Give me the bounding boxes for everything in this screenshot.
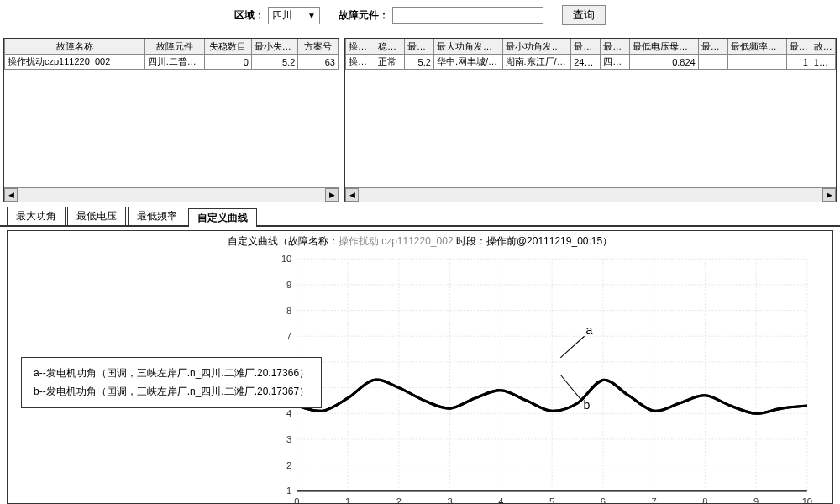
svg-text:7: 7 [652, 496, 657, 504]
svg-text:6: 6 [601, 496, 606, 504]
svg-text:1: 1 [286, 486, 291, 496]
table-body-empty [4, 70, 339, 187]
line-chart: 12345678910 012345678910 a b [271, 250, 816, 504]
svg-text:9: 9 [753, 496, 759, 504]
svg-text:3: 3 [448, 496, 453, 504]
chart-title: 自定义曲线（故障名称：操作扰动 czp111220_002 时段：操作前@201… [11, 234, 829, 249]
filter-bar: 区域： 四川 ▼ 故障元件： 查询 [0, 0, 840, 34]
col-h[interactable]: 故障名称 [5, 39, 145, 55]
svg-text:2: 2 [286, 460, 291, 470]
chevron-down-icon: ▼ [307, 11, 316, 20]
col-h[interactable]: 操作票 [346, 39, 375, 55]
legend: a--发电机功角（国调，三峡左岸厂.n_四川.二滩厂.20.17366） b--… [21, 357, 322, 408]
region-select[interactable]: 四川 ▼ [268, 7, 320, 24]
scroll-left-icon[interactable]: ◀ [4, 188, 18, 202]
svg-text:1: 1 [345, 496, 350, 504]
tab-max-angle[interactable]: 最大功角 [7, 207, 66, 225]
tab-min-freq[interactable]: 最低频率 [128, 207, 186, 225]
svg-text:2: 2 [396, 496, 402, 504]
svg-text:8: 8 [702, 496, 707, 504]
tab-custom-curve[interactable]: 自定义曲线 [188, 208, 257, 227]
legend-item-a: a--发电机功角（国调，三峡左岸厂.n_四川.二滩厂.20.17366） [34, 365, 309, 383]
annotation-b: b [584, 398, 591, 412]
plot-area: 12345678910 012345678910 a b [271, 250, 816, 504]
region-value: 四川 [272, 8, 292, 23]
col-h[interactable]: 失稳数目 [205, 39, 252, 55]
h-scrollbar[interactable]: ◀ ▶ [4, 187, 339, 201]
stability-table: 操作票 稳定… 最大… 最大功角发电… 最小功角发电… 最大… 最低… 最低电压… [345, 39, 836, 70]
svg-text:9: 9 [286, 280, 291, 290]
chart-container: a--发电机功角（国调，三峡左岸厂.n_四川.二滩厂.20.17366） b--… [7, 230, 833, 504]
svg-text:8: 8 [286, 306, 291, 316]
fault-table: 故障名称 故障元件 失稳数目 最小失稳… 方案号 操作扰动czp111220_0… [4, 39, 339, 70]
scroll-left-icon[interactable]: ◀ [345, 188, 359, 202]
col-h[interactable]: 最小失稳… [251, 39, 298, 55]
chart-tabs: 最大功角 最低电压 最低频率 自定义曲线 [0, 205, 840, 227]
tab-min-voltage[interactable]: 最低电压 [67, 207, 126, 225]
annotation-a: a [586, 323, 593, 337]
tables-row: 故障名称 故障元件 失稳数目 最小失稳… 方案号 操作扰动czp111220_0… [0, 34, 840, 205]
legend-item-b: b--发电机功角（国调，三峡左岸厂.n_四川.二滩厂.20.17367） [34, 383, 309, 402]
col-h[interactable]: 稳定… [375, 39, 404, 55]
col-h[interactable]: 故障元件 [144, 39, 204, 55]
svg-text:4: 4 [286, 408, 291, 418]
component-label: 故障元件： [339, 8, 389, 23]
query-button[interactable]: 查询 [562, 5, 606, 25]
col-h[interactable]: 方案号 [298, 39, 339, 55]
col-h[interactable]: 最小功角发电… [502, 39, 571, 55]
svg-text:3: 3 [286, 434, 291, 444]
scroll-right-icon[interactable]: ▶ [325, 188, 339, 202]
col-h[interactable]: 最大… [404, 39, 433, 55]
col-h[interactable]: 最低… [601, 39, 630, 55]
svg-text:5: 5 [549, 496, 554, 504]
svg-text:7: 7 [286, 331, 291, 341]
col-h[interactable]: 最大功角发电… [433, 39, 502, 55]
svg-text:0: 0 [294, 496, 299, 504]
col-h[interactable]: 故障… [811, 39, 835, 55]
col-h[interactable]: 最大… [571, 39, 601, 55]
svg-line-43 [560, 336, 584, 358]
col-h[interactable]: 最低… [698, 39, 727, 55]
scroll-right-icon[interactable]: ▶ [822, 188, 836, 202]
col-h[interactable]: 最低… [786, 39, 811, 55]
col-h[interactable]: 最低电压母线… [630, 39, 699, 55]
svg-text:10: 10 [281, 254, 291, 264]
table-body-empty [345, 70, 836, 187]
region-label: 区域： [234, 8, 265, 23]
table-row[interactable]: 操作扰动czp111220_002 四川.二普… 0 5.2 63 [5, 55, 339, 70]
col-h[interactable]: 最低频率发电… [727, 39, 786, 55]
table-row[interactable]: 操作… 正常 5.2 华中.网丰城/… 湖南.东江厂/… 249… 四川.普提.… [346, 55, 836, 70]
fault-list-panel: 故障名称 故障元件 失稳数目 最小失稳… 方案号 操作扰动czp111220_0… [3, 38, 339, 202]
h-scrollbar[interactable]: ◀ ▶ [345, 187, 836, 201]
svg-text:10: 10 [802, 496, 812, 504]
svg-text:4: 4 [498, 496, 503, 504]
component-input[interactable] [392, 7, 543, 24]
stability-panel: 操作票 稳定… 最大… 最大功角发电… 最小功角发电… 最大… 最低… 最低电压… [344, 38, 837, 202]
